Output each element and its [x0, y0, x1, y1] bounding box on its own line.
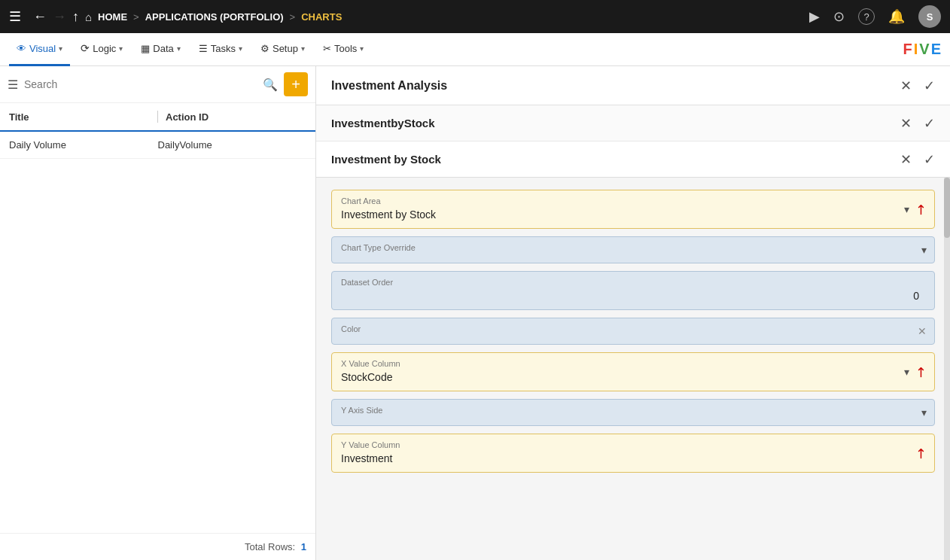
- logic-label: Logic: [93, 43, 116, 54]
- forward-arrow-icon[interactable]: →: [53, 9, 66, 25]
- home-icon[interactable]: ⌂: [85, 11, 92, 23]
- left-panel: ☰ 🔍 + Title Action ID Daily Volume Daily…: [0, 66, 316, 560]
- main-close-icon[interactable]: ✕: [900, 78, 912, 94]
- footer-count: 1: [301, 541, 306, 552]
- search-bar: ☰ 🔍 +: [0, 66, 315, 103]
- sub-section-2-actions: ✕ ✓: [900, 151, 935, 168]
- column-action-id: Action ID: [166, 111, 306, 123]
- app-label: APPLICATIONS (PORTFOLIO): [145, 11, 284, 23]
- field-x-value-caret[interactable]: ▾: [904, 366, 909, 378]
- sub2-close-icon[interactable]: ✕: [900, 151, 912, 168]
- column-divider: [157, 111, 158, 123]
- breadcrumb-sep-1: >: [133, 11, 139, 23]
- visual-label: Visual: [29, 43, 56, 54]
- field-color-clear[interactable]: ✕: [918, 325, 927, 337]
- main-section-title: Investment Analysis: [331, 79, 900, 93]
- user-avatar[interactable]: S: [918, 5, 941, 28]
- main-content: ☰ 🔍 + Title Action ID Daily Volume Daily…: [0, 66, 950, 560]
- sub1-check-icon[interactable]: ✓: [924, 115, 935, 132]
- field-chart-area-arrow: ↗: [911, 199, 930, 219]
- active-label: CHARTS: [301, 11, 342, 23]
- scrollbar-thumb[interactable]: [944, 178, 950, 238]
- field-chart-area[interactable]: Chart Area Investment by Stock ▾ ↗: [331, 190, 935, 229]
- field-y-axis-side[interactable]: Y Axis Side ▾: [331, 399, 935, 426]
- field-color-label: Color: [341, 324, 925, 333]
- sub-section-1-title: InvestmentbyStock: [331, 117, 900, 129]
- right-panel: Investment Analysis ✕ ✓ InvestmentbyStoc…: [316, 66, 950, 560]
- sub2-check-icon[interactable]: ✓: [924, 151, 935, 168]
- field-chart-type[interactable]: Chart Type Override ▾: [331, 236, 935, 263]
- visual-icon: 👁: [17, 43, 26, 54]
- field-color-actions: ✕: [918, 325, 927, 337]
- hamburger-icon[interactable]: ☰: [9, 8, 21, 25]
- field-chart-area-actions: ▾ ↗: [904, 201, 927, 218]
- field-y-value-column[interactable]: Y Value Column Investment ↗: [331, 434, 935, 473]
- sub-section-2-title: Investment by Stock: [331, 153, 900, 166]
- data-icon: ▦: [141, 43, 150, 54]
- home-label: HOME: [98, 11, 127, 23]
- tab-tools[interactable]: ✂ Tools ▾: [315, 33, 371, 66]
- top-nav: ☰ ← → ↑ ⌂ HOME > APPLICATIONS (PORTFOLIO…: [0, 0, 950, 33]
- sub-section-2-header: Investment by Stock ✕ ✓: [316, 142, 950, 178]
- field-y-axis-caret[interactable]: ▾: [921, 406, 927, 418]
- row-action-id: DailyVolume: [158, 139, 307, 151]
- row-title: Daily Volume: [9, 139, 158, 151]
- tab-data[interactable]: ▦ Data ▾: [133, 33, 187, 66]
- setup-caret: ▾: [301, 44, 305, 53]
- tab-tasks[interactable]: ☰ Tasks ▾: [191, 33, 250, 66]
- logic-caret: ▾: [119, 44, 123, 53]
- field-chart-area-label: Chart Area: [341, 196, 925, 205]
- play-icon[interactable]: ▶: [809, 8, 820, 25]
- search-circle-icon[interactable]: ⊙: [833, 8, 845, 25]
- tools-caret: ▾: [360, 44, 364, 53]
- column-title: Title: [9, 111, 150, 123]
- search-input[interactable]: [24, 78, 257, 90]
- field-dataset-order[interactable]: Dataset Order 0: [331, 271, 935, 310]
- five-logo: F I V E: [903, 41, 941, 58]
- breadcrumb: ← → ↑ ⌂ HOME > APPLICATIONS (PORTFOLIO) …: [33, 9, 797, 25]
- field-y-value-actions: ↗: [915, 445, 927, 461]
- tasks-caret: ▾: [239, 44, 242, 53]
- field-chart-area-caret[interactable]: ▾: [904, 203, 909, 215]
- field-chart-type-caret[interactable]: ▾: [921, 244, 927, 256]
- sub1-close-icon[interactable]: ✕: [900, 115, 912, 132]
- visual-caret: ▾: [59, 44, 62, 53]
- field-chart-area-value: Investment by Stock: [341, 208, 925, 221]
- sub-section-1-actions: ✕ ✓: [900, 115, 935, 132]
- tasks-icon: ☰: [199, 43, 208, 54]
- field-y-axis-actions: ▾: [921, 406, 927, 418]
- footer-label: Total Rows:: [245, 541, 295, 552]
- bell-icon[interactable]: 🔔: [888, 8, 905, 25]
- search-icon[interactable]: 🔍: [263, 78, 278, 92]
- tool-bar: 👁 Visual ▾ ⟳ Logic ▾ ▦ Data ▾ ☰ Tasks ▾ …: [0, 33, 950, 66]
- list-footer: Total Rows: 1: [0, 533, 315, 560]
- field-x-value-column[interactable]: X Value Column StockCode ▾ ↗: [331, 352, 935, 391]
- scrollbar-track[interactable]: [944, 178, 950, 560]
- field-x-value-actions: ▾ ↗: [904, 364, 927, 380]
- main-check-icon[interactable]: ✓: [924, 78, 935, 94]
- logic-icon: ⟳: [81, 42, 90, 54]
- help-icon[interactable]: ?: [858, 8, 875, 25]
- breadcrumb-sep-2: >: [290, 11, 296, 23]
- field-x-value-value: StockCode: [341, 371, 925, 383]
- data-label: Data: [153, 43, 173, 54]
- sub-section-1-header: InvestmentbyStock ✕ ✓: [316, 105, 950, 142]
- tab-setup[interactable]: ⚙ Setup ▾: [253, 33, 312, 66]
- up-arrow-icon[interactable]: ↑: [72, 9, 79, 25]
- setup-label: Setup: [273, 43, 298, 54]
- add-button[interactable]: +: [284, 72, 308, 96]
- tab-logic[interactable]: ⟳ Logic ▾: [73, 33, 130, 66]
- field-dataset-order-label: Dataset Order: [341, 278, 925, 287]
- back-arrow-icon[interactable]: ←: [33, 9, 47, 25]
- tools-label: Tools: [334, 43, 357, 54]
- filter-icon[interactable]: ☰: [8, 78, 18, 92]
- tasks-label: Tasks: [211, 43, 236, 54]
- field-x-value-arrow: ↗: [911, 362, 930, 382]
- tab-visual[interactable]: 👁 Visual ▾: [9, 33, 70, 66]
- field-y-value-value: Investment: [341, 452, 925, 464]
- list-header: Title Action ID: [0, 103, 315, 132]
- list-item[interactable]: Daily Volume DailyVolume: [0, 132, 315, 159]
- field-x-value-label: X Value Column: [341, 359, 925, 368]
- form-area: Chart Area Investment by Stock ▾ ↗ Chart…: [316, 178, 950, 560]
- field-color[interactable]: Color ✕: [331, 318, 935, 345]
